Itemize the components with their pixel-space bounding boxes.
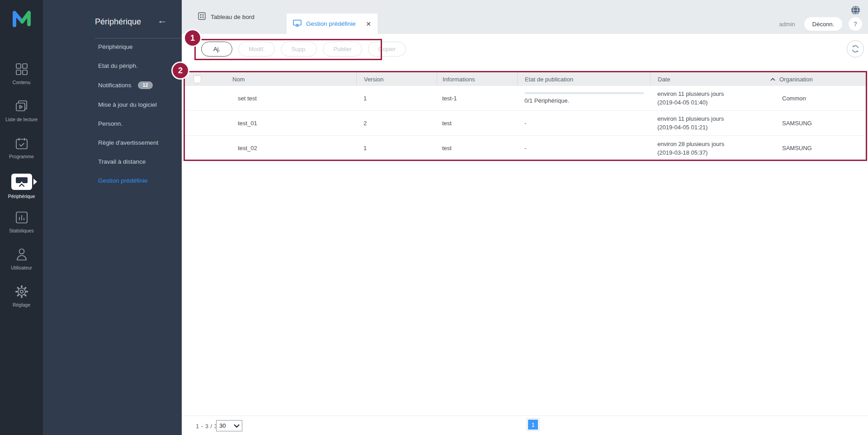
delete-button[interactable]: Supp. (281, 42, 317, 57)
cell-name: test_02 (224, 136, 356, 161)
logout-button[interactable]: Déconn. (804, 17, 842, 31)
cell-version: 2 (356, 111, 437, 135)
rail-item-label: Périphérique (8, 194, 35, 199)
rail-item-schedule[interactable]: Programme (0, 137, 43, 162)
copy-button[interactable]: Copier (368, 42, 406, 57)
menu-item-preset-management[interactable]: Gestion prédéfinie (98, 177, 158, 184)
main-area: Tableau de bord Gestion prédéfinie ✕ (182, 0, 868, 435)
column-header-organization[interactable]: Organisation (765, 73, 866, 86)
cell-name: set test (224, 86, 356, 110)
select-all-checkbox[interactable] (193, 76, 201, 83)
menu-item-alert-rule[interactable]: Règle d'avertissement (98, 139, 158, 146)
rail-nav: Contenu Liste de lecture (0, 62, 43, 310)
cell-version: 1 (356, 136, 437, 161)
rail-item-label: Contenu (13, 80, 31, 85)
rail-item-device[interactable]: Périphérique (0, 174, 43, 199)
table-header-row: Nom Version Informations Etat de publica… (184, 73, 866, 86)
panel-title: Périphérique (95, 17, 141, 27)
sort-ascending-icon (770, 78, 775, 81)
rail-item-label: Liste de lecture (5, 117, 38, 122)
rail-item-user[interactable]: Utilisateur (0, 248, 43, 273)
tab-label: Tableau de bord (211, 14, 255, 20)
table-row[interactable]: test_01 2 test - environ 11 plusieurs jo… (184, 111, 866, 136)
page-button-1[interactable]: 1 (527, 418, 539, 431)
table-row[interactable]: set test 1 test-1 0/1 Périphérique. envi… (184, 86, 866, 111)
language-globe-icon[interactable] (851, 5, 860, 17)
table-row[interactable]: test_02 1 test - environ 28 plusieurs jo… (184, 136, 866, 161)
rail-item-label: Statistiques (9, 228, 33, 233)
refresh-button[interactable] (847, 40, 864, 57)
rail-item-label: Utilisateur (11, 265, 32, 270)
menu-item-custom[interactable]: Personn. (98, 120, 158, 127)
magicinfo-app: Contenu Liste de lecture (0, 0, 868, 435)
notifications-count-badge: 12 (138, 81, 153, 89)
cell-date: environ 11 plusieurs jours (2019-04-05 0… (650, 111, 765, 135)
close-tab-icon[interactable]: ✕ (366, 21, 371, 27)
playlist-icon (15, 99, 28, 113)
cell-information: test (437, 136, 517, 161)
menu-item-device-health[interactable]: Etat du périph. (98, 62, 158, 69)
column-header-date[interactable]: Date (650, 73, 765, 86)
collapse-panel-arrow-icon[interactable]: ← (157, 15, 167, 25)
bar-chart-icon (15, 211, 28, 224)
cell-organization: SAMSUNG (765, 111, 866, 135)
rail-item-statistics[interactable]: Statistiques (0, 211, 43, 236)
add-button[interactable]: Aj. (201, 42, 232, 57)
menu-item-remote-job[interactable]: Travail à distance (98, 158, 158, 165)
device-submenu-panel: Périphérique ← Périphérique Etat du péri… (43, 0, 182, 435)
preset-table: Nom Version Informations Etat de publica… (184, 73, 866, 161)
menu-item-notifications[interactable]: Notifications 12 (98, 81, 158, 89)
tab-dashboard[interactable]: Tableau de bord (198, 0, 255, 34)
tab-preset-management[interactable]: Gestion prédéfinie ✕ (287, 14, 377, 34)
cell-information: test (437, 111, 517, 135)
cell-information: test-1 (437, 86, 517, 110)
result-range-label: 1 - 3 / 3 (196, 423, 218, 430)
user-icon (15, 248, 28, 261)
rail-item-playlist[interactable]: Liste de lecture (0, 99, 43, 125)
tab-label: Gestion prédéfinie (306, 20, 356, 27)
pagination-footer: 1 - 3 / 3 30 1 (182, 416, 868, 435)
user-box: admin Déconn. ? (779, 17, 862, 31)
cell-version: 1 (356, 86, 437, 110)
tab-strip: Tableau de bord Gestion prédéfinie ✕ (182, 0, 868, 34)
rail-item-label: Programme (9, 154, 34, 159)
publish-button[interactable]: Publier (323, 42, 362, 57)
column-header-publish-status[interactable]: Etat de publication (517, 73, 650, 86)
panel-menu: Périphérique Etat du périph. Notificatio… (98, 43, 158, 196)
logged-in-user: admin (779, 21, 795, 28)
dashboard-icon (198, 12, 206, 22)
rail-item-label: Réglage (13, 302, 30, 307)
cell-date: environ 11 plusieurs jours (2019-04-05 0… (650, 86, 765, 110)
rail-item-settings[interactable]: Réglage (0, 285, 43, 310)
device-monitor-icon (11, 174, 32, 190)
column-header-information[interactable]: Informations (437, 73, 517, 86)
gear-icon (15, 285, 28, 298)
chevron-down-icon (234, 424, 242, 428)
preset-toolbar: Aj. Modif. Supp. Publier Copier (201, 42, 406, 57)
menu-item-device[interactable]: Périphérique (98, 43, 158, 50)
edit-button[interactable]: Modif. (238, 42, 275, 57)
calendar-check-icon (15, 137, 28, 150)
page-size-select[interactable]: 30 (216, 420, 242, 431)
active-rail-notch (33, 179, 37, 185)
cell-name: test_01 (224, 111, 356, 135)
cell-publish-status: - (517, 111, 650, 135)
rail-item-content[interactable]: Contenu (0, 62, 43, 88)
content-grid-icon (15, 62, 28, 76)
icon-rail: Contenu Liste de lecture (0, 0, 43, 435)
panel-divider (95, 38, 218, 38)
cell-date: environ 28 plusieurs jours (2019-03-18 0… (650, 136, 765, 161)
monitor-icon (293, 19, 302, 28)
column-header-name[interactable]: Nom (224, 73, 356, 86)
magicinfo-logo-icon[interactable] (0, 8, 43, 28)
menu-item-software-update[interactable]: Mise à jour du logiciel (98, 101, 158, 108)
help-button[interactable]: ? (849, 17, 862, 31)
cell-organization: Common (765, 86, 866, 110)
cell-publish-status: 0/1 Périphérique. (517, 86, 650, 110)
column-header-version[interactable]: Version (356, 73, 437, 86)
cell-organization: SAMSUNG (765, 136, 866, 161)
publish-progress-bar (524, 92, 644, 94)
cell-publish-status: - (517, 136, 650, 161)
